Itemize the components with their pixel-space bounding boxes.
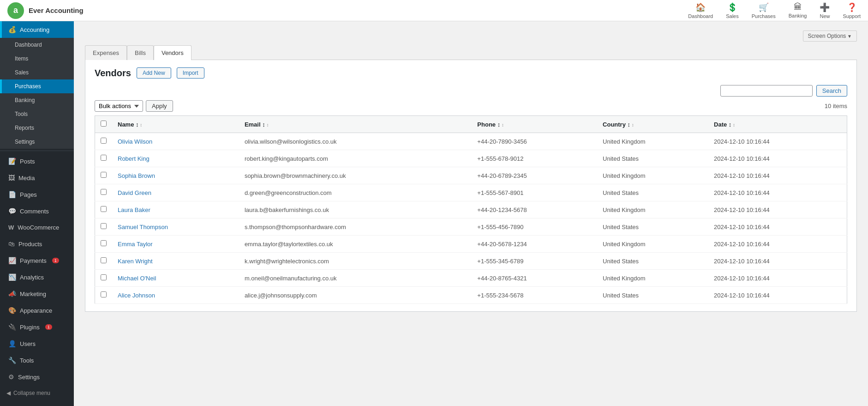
sidebar-item-dashboard[interactable]: Dashboard bbox=[0, 38, 74, 52]
row-checkbox-cell bbox=[95, 167, 113, 184]
row-checkbox-4[interactable] bbox=[101, 189, 107, 195]
row-email-5: laura.b@bakerfurnishings.co.uk bbox=[239, 201, 472, 218]
add-new-button[interactable]: Add New bbox=[137, 67, 171, 79]
items-sidebar-label: Items bbox=[15, 55, 28, 62]
vendor-name-link-1[interactable]: Olivia Wilson bbox=[118, 138, 152, 145]
import-button[interactable]: Import bbox=[177, 67, 204, 79]
vendor-name-link-5[interactable]: Laura Baker bbox=[118, 206, 150, 213]
vendor-name-link-9[interactable]: Michael O'Neil bbox=[118, 275, 156, 282]
search-input[interactable] bbox=[720, 85, 813, 97]
sidebar-accounting-label: Accounting bbox=[20, 26, 49, 33]
search-button[interactable]: Search bbox=[816, 85, 847, 97]
payments-icon: 📈 bbox=[8, 257, 16, 264]
sidebar-item-products[interactable]: 🛍 Products bbox=[0, 236, 74, 252]
bulk-actions-select[interactable]: Bulk actions Delete bbox=[95, 100, 143, 112]
top-bar: a Ever Accounting 🏠 Dashboard 💲 Sales 🛒 … bbox=[0, 0, 868, 21]
row-name-4: David Green bbox=[112, 184, 239, 201]
sidebar-item-reports[interactable]: Reports bbox=[0, 121, 74, 135]
col-country[interactable]: Country ↕ bbox=[597, 116, 708, 133]
sidebar-item-posts[interactable]: 📝 Posts bbox=[0, 153, 74, 170]
topnav-purchases[interactable]: 🛒 Purchases bbox=[752, 2, 776, 19]
select-all-checkbox[interactable] bbox=[101, 121, 107, 127]
sidebar-item-users[interactable]: 👤 Users bbox=[0, 335, 74, 352]
tab-expenses[interactable]: Expenses bbox=[85, 45, 127, 60]
sidebar-item-banking[interactable]: Banking bbox=[0, 93, 74, 107]
reports-sidebar-label: Reports bbox=[15, 125, 34, 131]
row-email-6: s.thompson@thompsonhardware.com bbox=[239, 218, 472, 236]
sidebar-item-items[interactable]: Items bbox=[0, 52, 74, 66]
sidebar-item-sales[interactable]: Sales bbox=[0, 66, 74, 79]
sidebar: 💰 Accounting Dashboard Items Sales Purch… bbox=[0, 21, 74, 406]
dashboard-sidebar-label: Dashboard bbox=[15, 42, 42, 48]
sidebar-item-purchases[interactable]: Purchases bbox=[0, 79, 74, 93]
vendor-name-link-6[interactable]: Samuel Thompson bbox=[118, 224, 168, 230]
row-checkbox-5[interactable] bbox=[101, 206, 107, 212]
sidebar-item-media[interactable]: 🖼 Media bbox=[0, 170, 74, 186]
col-date[interactable]: Date ↕ bbox=[708, 116, 847, 133]
sidebar-item-settings-wp[interactable]: ⚙ Settings bbox=[0, 369, 74, 385]
row-country-5: United Kingdom bbox=[597, 201, 708, 218]
topnav-dashboard[interactable]: 🏠 Dashboard bbox=[688, 2, 713, 19]
sidebar-item-accounting[interactable]: 💰 Accounting bbox=[0, 21, 74, 38]
tools-sidebar-label: Tools bbox=[15, 111, 28, 117]
row-checkbox-8[interactable] bbox=[101, 257, 107, 263]
row-checkbox-cell bbox=[95, 236, 113, 253]
top-bar-nav: 🏠 Dashboard 💲 Sales 🛒 Purchases 🏛 Bankin… bbox=[688, 2, 861, 19]
sidebar-item-marketing[interactable]: 📣 Marketing bbox=[0, 285, 74, 302]
topnav-support[interactable]: ❓ Support bbox=[843, 2, 861, 19]
screen-options-button[interactable]: Screen Options bbox=[803, 30, 857, 42]
topnav-banking[interactable]: 🏛 Banking bbox=[789, 2, 807, 18]
topnav-sales[interactable]: 💲 Sales bbox=[726, 2, 739, 19]
users-icon: 👤 bbox=[8, 340, 16, 347]
vendor-name-link-4[interactable]: David Green bbox=[118, 189, 151, 196]
tabs-bar: Expenses Bills Vendors bbox=[85, 45, 857, 60]
tab-vendors[interactable]: Vendors bbox=[154, 45, 192, 60]
row-checkbox-6[interactable] bbox=[101, 223, 107, 229]
row-checkbox-1[interactable] bbox=[101, 138, 107, 144]
vendor-name-link-2[interactable]: Robert King bbox=[118, 155, 150, 162]
sidebar-item-settings-acc[interactable]: Settings bbox=[0, 135, 74, 149]
col-phone[interactable]: Phone ↕ bbox=[472, 116, 597, 133]
sidebar-item-appearance[interactable]: 🎨 Appearance bbox=[0, 302, 74, 319]
sidebar-item-tools[interactable]: Tools bbox=[0, 107, 74, 121]
vendors-tbody: Olivia Wilson olivia.wilson@wilsonlogist… bbox=[95, 133, 847, 304]
accounting-icon: 💰 bbox=[8, 26, 16, 33]
pages-label: Pages bbox=[20, 191, 37, 198]
sidebar-item-plugins[interactable]: 🔌 Plugins 1 bbox=[0, 319, 74, 335]
sidebar-item-comments[interactable]: 💬 Comments bbox=[0, 203, 74, 219]
table-row: Michael O'Neil m.oneil@oneilmanufacturin… bbox=[95, 270, 847, 287]
row-checkbox-10[interactable] bbox=[101, 291, 107, 297]
row-checkbox-3[interactable] bbox=[101, 172, 107, 178]
row-checkbox-cell bbox=[95, 184, 113, 201]
collapse-menu-button[interactable]: ◀ Collapse menu bbox=[0, 385, 74, 401]
row-name-10: Alice Johnson bbox=[112, 287, 239, 304]
vendor-name-link-10[interactable]: Alice Johnson bbox=[118, 292, 155, 299]
row-checkbox-7[interactable] bbox=[101, 240, 107, 246]
sidebar-item-tools-wp[interactable]: 🔧 Tools bbox=[0, 352, 74, 369]
row-email-2: robert.king@kingautoparts.com bbox=[239, 150, 472, 167]
row-name-2: Robert King bbox=[112, 150, 239, 167]
topnav-new[interactable]: ➕ New bbox=[820, 2, 830, 19]
vendor-name-link-7[interactable]: Emma Taylor bbox=[118, 241, 153, 248]
row-checkbox-cell bbox=[95, 287, 113, 304]
col-email[interactable]: Email ↕ bbox=[239, 116, 472, 133]
row-checkbox-9[interactable] bbox=[101, 274, 107, 280]
sidebar-item-woocommerce[interactable]: W WooCommerce bbox=[0, 219, 74, 236]
row-checkbox-cell bbox=[95, 150, 113, 167]
support-top-icon: ❓ bbox=[847, 2, 857, 12]
apply-button[interactable]: Apply bbox=[146, 100, 173, 112]
app-logo: a bbox=[7, 2, 24, 19]
plugins-label: Plugins bbox=[20, 324, 40, 331]
tab-bills[interactable]: Bills bbox=[127, 45, 154, 60]
vendor-name-link-8[interactable]: Karen Wright bbox=[118, 258, 153, 265]
col-name[interactable]: Name ↕ bbox=[112, 116, 239, 133]
vendor-name-link-3[interactable]: Sophia Brown bbox=[118, 172, 155, 179]
row-checkbox-2[interactable] bbox=[101, 155, 107, 161]
sidebar-item-pages[interactable]: 📄 Pages bbox=[0, 186, 74, 203]
sidebar-item-payments[interactable]: 📈 Payments 1 bbox=[0, 252, 74, 269]
sidebar-item-analytics[interactable]: 📉 Analytics bbox=[0, 269, 74, 285]
table-row: Karen Wright k.wright@wrightelectronics.… bbox=[95, 253, 847, 270]
row-phone-4: +1-555-567-8901 bbox=[472, 184, 597, 201]
row-country-2: United States bbox=[597, 150, 708, 167]
top-bar-logo: a Ever Accounting bbox=[7, 2, 127, 19]
